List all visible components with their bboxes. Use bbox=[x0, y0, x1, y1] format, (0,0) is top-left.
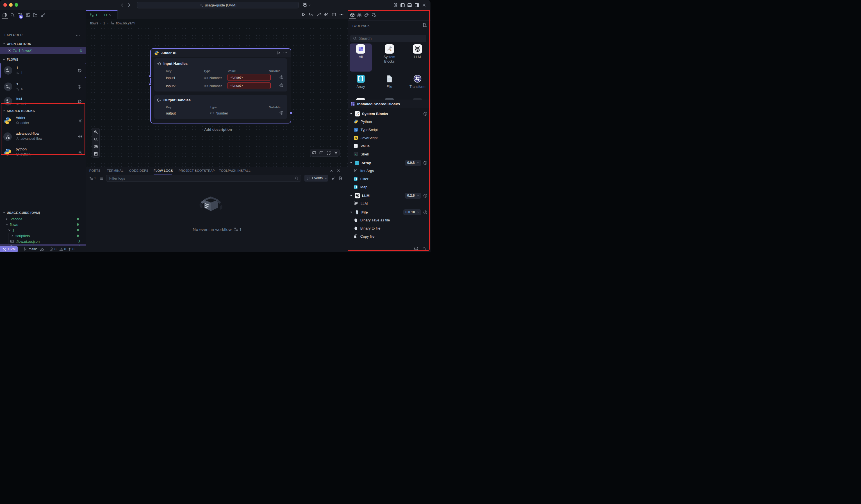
flow-item-s[interactable]: s a bbox=[0, 80, 86, 94]
file-version-dropdown[interactable]: 0.0.10 bbox=[403, 209, 421, 215]
flow-canvas[interactable]: Adder #1 Input Handles Key Type Value Nu… bbox=[86, 27, 348, 167]
run-flow-icon[interactable] bbox=[301, 12, 306, 17]
tree-item-1[interactable]: 1 bbox=[0, 227, 86, 233]
block-typescript[interactable]: TypeScript bbox=[348, 126, 430, 133]
shared-block-gear-icon[interactable] bbox=[78, 135, 82, 139]
new-toolpack-file-icon[interactable] bbox=[422, 23, 427, 27]
info-icon[interactable] bbox=[423, 210, 427, 214]
zoom-out-icon[interactable] bbox=[92, 136, 99, 143]
input1-gear-icon[interactable] bbox=[279, 75, 284, 80]
group-array[interactable]: Array 0.0.8 bbox=[348, 159, 430, 166]
collapse-triangle-icon[interactable] bbox=[350, 112, 353, 115]
chat-tab-icon[interactable] bbox=[371, 13, 376, 18]
input2-handle-port[interactable] bbox=[149, 83, 152, 86]
block-llm[interactable]: LLM bbox=[348, 200, 430, 207]
flow-settings-gear-icon[interactable] bbox=[78, 99, 82, 103]
flow-item-test[interactable]: test test bbox=[0, 94, 86, 108]
toggle-right-sidebar-icon[interactable] bbox=[414, 3, 419, 8]
export-icon[interactable] bbox=[324, 12, 329, 17]
canvas-settings-gear-icon[interactable] bbox=[332, 149, 340, 156]
folder-icon[interactable] bbox=[33, 13, 38, 17]
zoom-window-button[interactable] bbox=[15, 3, 18, 7]
group-file[interactable]: File 0.0.10 bbox=[348, 209, 430, 216]
node-run-play-icon[interactable] bbox=[277, 51, 281, 55]
flow-item-1[interactable]: 1 1 bbox=[0, 63, 86, 78]
minimize-window-button[interactable] bbox=[9, 3, 13, 7]
collapse-triangle-icon[interactable] bbox=[350, 211, 353, 214]
block-map[interactable]: Map bbox=[348, 183, 430, 191]
toggle-bottom-panel-icon[interactable] bbox=[407, 3, 412, 8]
input2-value-field[interactable]: <unset> bbox=[227, 82, 271, 89]
split-editor-icon[interactable] bbox=[332, 12, 336, 17]
collapse-triangle-icon[interactable] bbox=[350, 162, 353, 165]
fullscreen-icon[interactable] bbox=[325, 149, 332, 156]
customize-layout-icon[interactable] bbox=[394, 3, 398, 7]
auto-layout-icon[interactable] bbox=[92, 150, 99, 157]
key-secrets-icon[interactable] bbox=[40, 13, 45, 17]
log-view-list-icon[interactable] bbox=[99, 176, 104, 180]
tree-item-flows[interactable]: flows bbox=[0, 222, 86, 227]
toolpack-tab-icon[interactable] bbox=[350, 13, 355, 18]
extensions-icon[interactable] bbox=[26, 13, 30, 17]
assistant-fox-icon[interactable] bbox=[302, 2, 308, 8]
output-gear-icon[interactable] bbox=[279, 111, 284, 115]
block-javascript[interactable]: JavaScript bbox=[348, 134, 430, 141]
shared-block-gear-icon[interactable] bbox=[78, 119, 82, 123]
open-editors-header[interactable]: OPEN EDITORS bbox=[0, 41, 86, 46]
output-handle-port[interactable] bbox=[289, 111, 292, 114]
group-system-blocks[interactable]: System Blocks bbox=[348, 110, 430, 117]
events-dropdown[interactable]: Events bbox=[304, 175, 328, 182]
problems-status[interactable]: 0 0 bbox=[50, 246, 66, 252]
zoom-in-icon[interactable] bbox=[92, 128, 99, 136]
toggle-panel-icon[interactable] bbox=[310, 149, 318, 156]
toolpack-search-input[interactable] bbox=[351, 35, 426, 42]
close-panel-icon[interactable] bbox=[337, 169, 341, 173]
flows-section-header[interactable]: FLOWS bbox=[0, 57, 86, 62]
collapse-triangle-icon[interactable] bbox=[350, 194, 353, 197]
tab-toolpack-install[interactable]: TOOLPACK INSTALL bbox=[219, 169, 250, 172]
tree-item-scriptlets[interactable]: scriptlets bbox=[0, 233, 86, 239]
node-adder-1[interactable]: Adder #1 Input Handles Key Type Value Nu… bbox=[150, 48, 291, 124]
close-window-button[interactable] bbox=[3, 3, 7, 7]
block-binary-to-file[interactable]: Binary to file bbox=[348, 224, 430, 232]
minimap-icon[interactable] bbox=[318, 149, 325, 156]
settings-gear-icon[interactable] bbox=[422, 3, 426, 7]
assistant-chevron-down-icon[interactable] bbox=[308, 4, 312, 7]
assistant-fox-icon[interactable] bbox=[414, 247, 419, 251]
navigate-back-icon[interactable] bbox=[120, 3, 124, 7]
shared-block-advanced-flow[interactable]: advanced-flow advanced-flow bbox=[0, 130, 86, 143]
info-icon[interactable] bbox=[423, 112, 427, 116]
shared-block-adder[interactable]: Adder adder bbox=[0, 114, 86, 127]
category-all[interactable]: All bbox=[350, 43, 372, 72]
category-transform[interactable]: Transform bbox=[406, 73, 428, 98]
input1-value-field[interactable]: <unset> bbox=[227, 74, 271, 81]
category-llm[interactable]: LLM bbox=[406, 43, 428, 72]
tab-flow-logs[interactable]: FLOW LOGS bbox=[154, 169, 173, 172]
block-python[interactable]: Python bbox=[348, 118, 430, 125]
info-icon[interactable] bbox=[423, 161, 427, 165]
rocket-tab-icon[interactable] bbox=[364, 13, 369, 18]
breadcrumb-file[interactable]: flow.oo.yaml bbox=[116, 21, 135, 25]
array-version-dropdown[interactable]: 0.0.8 bbox=[405, 160, 421, 166]
category-array[interactable]: Array bbox=[350, 73, 372, 98]
tab-project-bootstrap[interactable]: PROJECT BOOTSTRAP bbox=[179, 169, 215, 172]
ports-status[interactable]: 0 bbox=[67, 246, 74, 252]
category-system-blocks[interactable]: System Blocks bbox=[378, 43, 400, 72]
tab-flow-1[interactable]: 1 U bbox=[86, 10, 118, 19]
input1-handle-port[interactable] bbox=[149, 75, 152, 78]
open-editor-item[interactable]: 1 flows/1 U bbox=[0, 47, 86, 54]
more-actions-icon[interactable] bbox=[339, 12, 344, 17]
breadcrumb-flows[interactable]: flows bbox=[90, 21, 98, 25]
tab-close-icon[interactable] bbox=[109, 13, 112, 17]
git-branch-status[interactable]: main* bbox=[24, 246, 44, 252]
input2-gear-icon[interactable] bbox=[279, 83, 284, 87]
shared-blocks-header[interactable]: SHARED BLOCKS bbox=[0, 108, 86, 114]
log-flow-ref[interactable]: 1 bbox=[89, 176, 96, 180]
export-logs-icon[interactable] bbox=[338, 176, 343, 180]
search-activity-icon[interactable] bbox=[10, 13, 15, 17]
tab-ports[interactable]: PORTS bbox=[89, 169, 100, 172]
rerun-icon[interactable] bbox=[309, 12, 313, 17]
group-llm[interactable]: LLM 0.2.6 bbox=[348, 192, 430, 199]
remote-indicator[interactable]: OVM bbox=[0, 246, 18, 252]
breadcrumb-1[interactable]: 1 bbox=[103, 21, 105, 25]
